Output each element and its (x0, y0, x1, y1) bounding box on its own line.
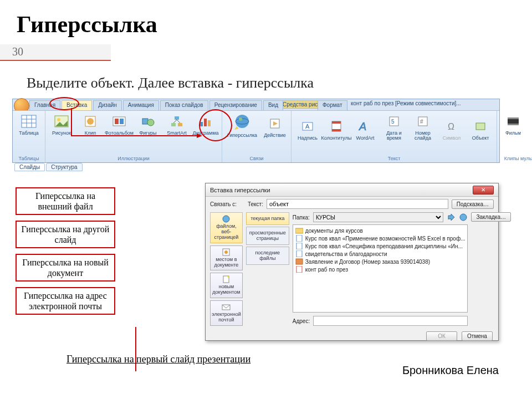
group-tables: Таблица Таблицы (13, 111, 45, 162)
btn-table-label: Таблица (19, 131, 38, 136)
nav-tab-slides[interactable]: Слайды (14, 163, 45, 171)
btn-datetime[interactable]: 5Дата и время (381, 113, 407, 141)
window-title: конт раб по през [Режим совместимости]..… (351, 100, 461, 106)
tab-view[interactable]: Вид (263, 100, 283, 110)
tab-design[interactable]: Дизайн (93, 100, 122, 110)
group-illustrations-label: Иллюстрации (49, 156, 218, 161)
lbl: Гиперссылка (227, 133, 257, 138)
btn-wordart[interactable]: AWordArt (352, 118, 378, 141)
file-list[interactable]: документы для курсов Курс пов квал «Прим… (293, 224, 468, 313)
label-email: Гиперссылка на адрес электронной почты (16, 287, 115, 315)
group-text-label: Текст (295, 156, 493, 161)
lbl: Символ (443, 136, 461, 141)
ok-button[interactable]: ОК (426, 331, 457, 341)
btn-picture[interactable]: Рисунок (49, 113, 74, 136)
side-email[interactable]: электронной почтой (210, 300, 243, 326)
btn-photoalbum[interactable]: Фотоальбом (106, 113, 132, 136)
svg-point-46 (224, 250, 228, 254)
svg-line-17 (173, 120, 177, 123)
tab-review[interactable]: Рецензирование (209, 100, 262, 110)
side-label: новым документом (212, 284, 241, 295)
svg-rect-51 (295, 228, 303, 233)
list-item[interactable]: конт раб по през (295, 265, 466, 273)
svg-point-22 (236, 115, 249, 128)
lbl: Действие (264, 133, 286, 138)
btn-header-footer[interactable]: Колонтитулы (324, 118, 349, 141)
photoalbum-icon (111, 113, 127, 130)
globe-icon (221, 215, 231, 223)
up-folder-icon[interactable] (447, 213, 456, 222)
view-current-folder[interactable]: текущая папка (246, 212, 289, 225)
btn-movie[interactable]: Фильм (500, 113, 526, 136)
svg-rect-10 (115, 119, 119, 124)
textbox-icon: A (299, 118, 316, 135)
close-button[interactable]: ✕ (473, 186, 494, 195)
lbl: Клип (85, 131, 96, 136)
tab-slideshow[interactable]: Показ слайдов (160, 100, 208, 110)
side-place-in-doc[interactable]: местом в документе (210, 245, 243, 271)
tab-home[interactable]: Главная (29, 100, 60, 110)
folder-select[interactable]: КУРСЫ (313, 212, 444, 222)
svg-rect-56 (296, 266, 302, 273)
btn-symbol[interactable]: ΩСимвол (439, 118, 464, 141)
hyperlink-first-slide[interactable]: Гиперссылка на первый слайд презентации (66, 354, 250, 365)
chart-icon (197, 113, 214, 130)
lbl: Объект (472, 136, 489, 141)
outline-tabs: Слайды Структура (14, 163, 83, 171)
btn-table[interactable]: Таблица (16, 113, 42, 136)
side-file-web[interactable]: файлом, веб-страницей (210, 212, 243, 243)
svg-rect-11 (120, 119, 124, 124)
file-name: Курс пов квал «Применение возможностей M… (305, 236, 466, 242)
doc-place-icon (221, 248, 231, 256)
list-item[interactable]: Курс пов квал «Применение возможностей M… (295, 234, 466, 242)
view-browsed-pages[interactable]: просмотренные страницы (246, 227, 289, 245)
list-item[interactable]: Заявление и Договор (Номер заказа 939014… (295, 258, 466, 265)
svg-point-44 (223, 216, 229, 222)
btn-action[interactable]: Действие (262, 115, 288, 138)
btn-sound[interactable]: Звук (529, 113, 532, 136)
dialog-title-text: Вставка гиперссылки (210, 187, 270, 193)
svg-rect-53 (296, 243, 302, 249)
svg-rect-54 (296, 250, 302, 257)
object-icon (472, 118, 489, 135)
label-new-doc: Гиперссылка на новый документ (16, 254, 115, 282)
side-new-doc[interactable]: новым документом (210, 273, 243, 298)
doc-icon (295, 243, 303, 249)
address-field[interactable] (313, 316, 468, 326)
lbl: Рисунок (52, 131, 71, 136)
btn-object[interactable]: Объект (468, 118, 493, 141)
group-links: Гиперссылка Действие Связи (222, 111, 291, 162)
tab-format[interactable]: Формат (318, 100, 347, 110)
view-recent-files[interactable]: последние файлы (246, 247, 289, 265)
btn-chart[interactable]: Диаграмма (193, 113, 218, 136)
shapes-icon (140, 113, 156, 130)
nav-tab-outline[interactable]: Структура (46, 163, 82, 171)
list-item[interactable]: Курс пов квал «Специфика преподавания ди… (295, 242, 466, 250)
btn-smartart[interactable]: SmartArt (164, 113, 190, 136)
btn-hyperlink[interactable]: Гиперссылка (226, 113, 259, 138)
list-item[interactable]: документы для курсов (295, 227, 466, 234)
ribbon-screenshot: Средства рисования конт раб по през [Реж… (12, 99, 500, 163)
text-field[interactable] (267, 199, 448, 209)
btn-shapes[interactable]: Фигуры (135, 113, 161, 136)
svg-rect-38 (476, 123, 485, 130)
list-item[interactable]: свидетельства и благодарности (295, 250, 466, 258)
ppt-icon (295, 266, 303, 273)
btn-textbox[interactable]: AНадпись (295, 118, 320, 141)
svg-rect-12 (142, 119, 148, 124)
browse-web-icon[interactable] (459, 213, 468, 222)
hint-button[interactable]: Подсказка… (452, 200, 494, 209)
btn-clipart[interactable]: Клип (78, 113, 103, 136)
tab-insert[interactable]: Вставка (62, 100, 92, 110)
btn-slidenumber[interactable]: #Номер слайда (410, 113, 436, 141)
cancel-button[interactable]: Отмена (462, 331, 493, 341)
author-name: Бронникова Елена (402, 364, 499, 377)
bookmark-button[interactable]: Закладка… (471, 212, 510, 222)
page-number: 30 (12, 45, 23, 58)
svg-rect-16 (178, 123, 182, 126)
svg-rect-52 (296, 235, 302, 242)
group-media-label: Клипы мультимедиа (500, 156, 532, 161)
movie-icon (505, 113, 521, 130)
text-label: Текст: (248, 201, 263, 207)
tab-animation[interactable]: Анимация (123, 100, 159, 110)
